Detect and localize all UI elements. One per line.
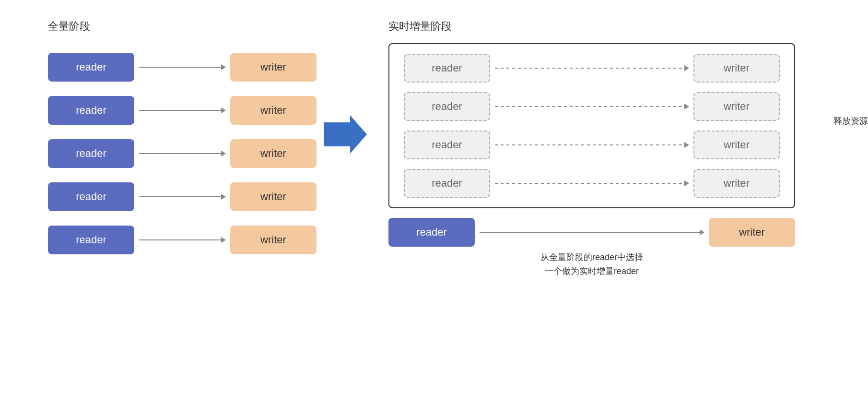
right-arrow-dashed-3: [495, 144, 689, 145]
left-row-4: reader writer: [48, 182, 317, 211]
right-section: 实时增量阶段 reader writer reader: [374, 19, 824, 278]
left-row-3: reader writer: [48, 139, 317, 168]
reader-box-1: reader: [48, 53, 134, 82]
incremental-box: reader writer reader writer: [388, 43, 795, 208]
arrow-5: [139, 239, 225, 240]
left-row-1: reader writer: [48, 53, 317, 82]
right-reader-dashed-4: reader: [404, 169, 490, 198]
right-dashed-row-1: reader writer: [404, 54, 780, 83]
arrow-4: [139, 196, 225, 197]
svg-marker-0: [324, 115, 367, 154]
arrow-1: [139, 67, 225, 68]
reader-box-3: reader: [48, 139, 134, 168]
right-reader-dashed-3: reader: [404, 131, 490, 159]
right-writer-dashed-2: writer: [693, 92, 780, 121]
right-dashed-row-4: reader writer: [404, 169, 780, 198]
active-row: reader writer: [388, 218, 795, 247]
left-row-2: reader writer: [48, 96, 317, 125]
right-writer-dashed-4: writer: [693, 169, 780, 198]
reader-box-2: reader: [48, 96, 134, 125]
big-arrow-icon: [324, 115, 367, 154]
right-arrow-dashed-1: [495, 68, 689, 69]
left-section: 全量阶段 reader writer reader writer: [0, 19, 317, 269]
active-arrow: [480, 232, 704, 233]
right-writer-dashed-3: writer: [693, 131, 780, 159]
right-reader-dashed-2: reader: [404, 92, 490, 121]
right-title: 实时增量阶段: [388, 19, 795, 34]
writer-box-2: writer: [230, 96, 317, 125]
arrow-2: [139, 110, 225, 111]
reader-box-4: reader: [48, 182, 134, 211]
big-arrow-container: [317, 115, 374, 154]
right-writer-dashed-1: writer: [693, 54, 780, 83]
main-container: 全量阶段 reader writer reader writer: [0, 0, 868, 394]
arrow-3: [139, 153, 225, 154]
reader-box-5: reader: [48, 226, 134, 254]
right-reader-dashed-1: reader: [404, 54, 490, 83]
right-dashed-row-2: reader writer: [404, 92, 780, 121]
writer-box-5: writer: [230, 226, 317, 254]
release-label: 释放资源: [833, 115, 868, 127]
writer-box-4: writer: [230, 182, 317, 211]
right-arrow-dashed-4: [495, 183, 689, 184]
left-row-5: reader writer: [48, 226, 317, 254]
writer-box-3: writer: [230, 139, 317, 168]
bottom-description: 从全量阶段的reader中选择一个做为实时增量reader: [388, 251, 795, 278]
active-reader: reader: [388, 218, 475, 247]
right-dashed-row-3: reader writer: [404, 131, 780, 159]
writer-box-1: writer: [230, 53, 317, 82]
left-title: 全量阶段: [48, 19, 317, 34]
active-writer: writer: [709, 218, 795, 247]
right-arrow-dashed-2: [495, 106, 689, 107]
